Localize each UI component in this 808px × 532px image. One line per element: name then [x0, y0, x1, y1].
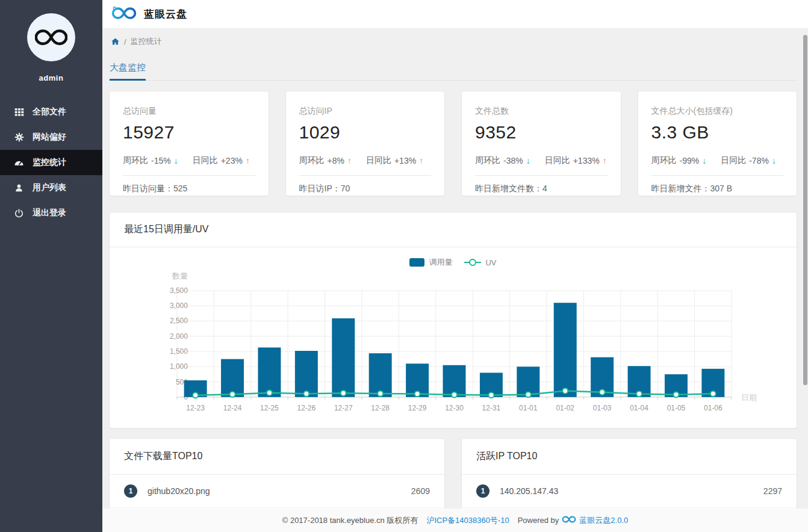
trend-day: 日同比 +23% ↑: [193, 155, 250, 166]
svg-text:01-01: 01-01: [519, 404, 538, 412]
app-title: 蓝眼云盘: [144, 7, 187, 21]
svg-text:12-25: 12-25: [260, 404, 279, 412]
trend-value: +8%: [328, 156, 344, 165]
gear-icon: [14, 132, 24, 143]
stat-card-footer: 昨日新增文件：307 B: [651, 176, 784, 194]
stat-card-footer: 昨日新增文件数：4: [475, 176, 608, 194]
trend-value: -38%: [503, 156, 523, 165]
trend-arrow-icon: ↓: [772, 156, 776, 165]
list-item-name: github20x20.png: [148, 486, 210, 496]
breadcrumb-separator: /: [124, 37, 126, 46]
trend-arrow-icon: ↑: [603, 156, 607, 165]
stat-card-value: 1029: [299, 122, 432, 143]
sidebar-item-label: 全部文件: [33, 107, 66, 117]
trend-arrow-icon: ↑: [419, 156, 423, 165]
svg-text:3,500: 3,500: [170, 286, 188, 295]
breadcrumb-current: 监控统计: [131, 36, 162, 47]
line-legend-swatch-icon: [464, 262, 481, 263]
svg-text:12-23: 12-23: [186, 404, 205, 412]
trend-arrow-icon: ↑: [246, 156, 250, 165]
trend-day: 日同比 +13% ↑: [366, 155, 423, 166]
svg-text:1,500: 1,500: [170, 347, 188, 356]
app-root: admin 全部文件 网站偏好 监控统计: [0, 0, 808, 532]
legend-label: UV: [485, 258, 496, 267]
trend-label: 日同比: [545, 155, 570, 166]
svg-text:12-28: 12-28: [371, 404, 390, 412]
trend-week: 周环比 -38% ↓: [475, 155, 530, 166]
footer-value: 4: [542, 184, 547, 193]
svg-text:3,000: 3,000: [170, 302, 188, 310]
rank-badge: 1: [476, 484, 489, 498]
footer-product-link[interactable]: 蓝眼云盘2.0.0: [579, 515, 628, 526]
svg-text:12-31: 12-31: [482, 404, 501, 412]
sidebar-item-label: 网站偏好: [33, 132, 66, 143]
legend-item-calls[interactable]: 调用量: [409, 257, 452, 268]
sidebar-item-label: 退出登录: [33, 208, 66, 218]
trend-value: -15%: [151, 156, 171, 165]
trend-arrow-icon: ↓: [702, 156, 706, 165]
sidebar-item-monitoring[interactable]: 监控统计: [0, 150, 102, 175]
list-card-title: 文件下载量TOP10: [110, 439, 444, 475]
trend-label: 周环比: [651, 155, 677, 166]
trend-value: +133%: [573, 156, 600, 165]
stat-card-title: 文件总大小(包括缓存): [651, 106, 784, 117]
trend-arrow-icon: ↑: [347, 156, 352, 165]
svg-text:01-05: 01-05: [667, 404, 686, 412]
stat-card-trends: 周环比 -38% ↓ 日同比 +133% ↑: [475, 155, 608, 166]
stat-card-total-size: 文件总大小(包括缓存) 3.3 GB 周环比 -99% ↓ 日同比 -78% ↓: [638, 91, 798, 196]
page-scrollbar-thumb[interactable]: [803, 35, 807, 385]
chart-title: 最近15日调用量/UV: [110, 212, 797, 247]
trend-week: 周环比 -15% ↓: [123, 155, 178, 166]
stat-card-title: 总访问量: [123, 106, 255, 117]
breadcrumb: / 监控统计: [111, 36, 797, 47]
stat-card-total-ips: 总访问IP 1029 周环比 +8% ↑ 日同比 +13% ↑: [285, 91, 446, 196]
svg-text:01-02: 01-02: [556, 404, 574, 412]
svg-text:12-27: 12-27: [334, 404, 353, 412]
trend-value: -99%: [680, 156, 700, 165]
list-item[interactable]: 1 140.205.147.43 2297: [462, 475, 797, 508]
sidebar-item-logout[interactable]: 退出登录: [0, 200, 102, 226]
footer-value: 70: [341, 184, 350, 193]
stat-card-value: 3.3 GB: [651, 122, 784, 143]
sidebar-item-label: 用户列表: [33, 182, 66, 193]
sidebar-logo: [0, 0, 102, 61]
sidebar-item-preferences[interactable]: 网站偏好: [0, 125, 102, 150]
tab-dashboard-monitor[interactable]: 大盘监控: [110, 62, 146, 81]
sidebar-item-users[interactable]: 用户列表: [0, 175, 102, 200]
grid-icon: [14, 107, 24, 117]
home-icon[interactable]: [111, 37, 120, 46]
sidebar-item-label: 监控统计: [33, 157, 66, 168]
trend-label: 周环比: [123, 155, 148, 166]
footer-label: 昨日访IP：: [299, 184, 341, 193]
trend-label: 周环比: [475, 155, 500, 166]
tab-bar: 大盘监控: [109, 62, 797, 81]
svg-text:12-30: 12-30: [445, 404, 464, 412]
stat-card-value: 9352: [475, 122, 608, 143]
list-item[interactable]: 1 github20x20.png 2609: [110, 475, 444, 508]
stat-card-value: 15927: [123, 122, 255, 143]
trend-arrow-icon: ↓: [174, 156, 178, 165]
legend-item-uv[interactable]: UV: [464, 258, 496, 267]
trend-value: -78%: [749, 156, 769, 165]
brand-logo-icon: [27, 13, 75, 61]
trend-arrow-icon: ↓: [526, 156, 530, 165]
bar-legend-swatch-icon: [409, 258, 424, 267]
stat-card-trends: 周环比 -99% ↓ 日同比 -78% ↓: [651, 155, 784, 166]
sidebar-item-all-files[interactable]: 全部文件: [0, 99, 102, 125]
footer-value: 525: [173, 184, 187, 193]
stat-card-title: 文件总数: [475, 106, 608, 117]
footer-icp-link[interactable]: 沪ICP备14038360号-10: [426, 515, 509, 526]
footer-label: 昨日新增文件数：: [475, 184, 542, 193]
trend-label: 日同比: [366, 155, 391, 166]
stat-card-trends: 周环比 -15% ↓ 日同比 +23% ↑: [123, 155, 255, 166]
content: / 监控统计 大盘监控 总访问量 15927 周环比 -15% ↓: [102, 29, 808, 532]
svg-text:2,500: 2,500: [170, 317, 188, 325]
footer-powered: Powered by 蓝眼云盘2.0.0: [518, 515, 629, 526]
uv-bar-line-chart: 05001,0001,5002,0002,5003,0003,500数量日期12…: [110, 269, 797, 428]
list-item-value: 2609: [411, 486, 430, 496]
trend-value: +23%: [221, 156, 243, 165]
trend-label: 周环比: [299, 155, 325, 166]
legend-label: 调用量: [429, 257, 452, 268]
power-icon: [14, 208, 24, 218]
svg-text:01-06: 01-06: [704, 404, 723, 412]
